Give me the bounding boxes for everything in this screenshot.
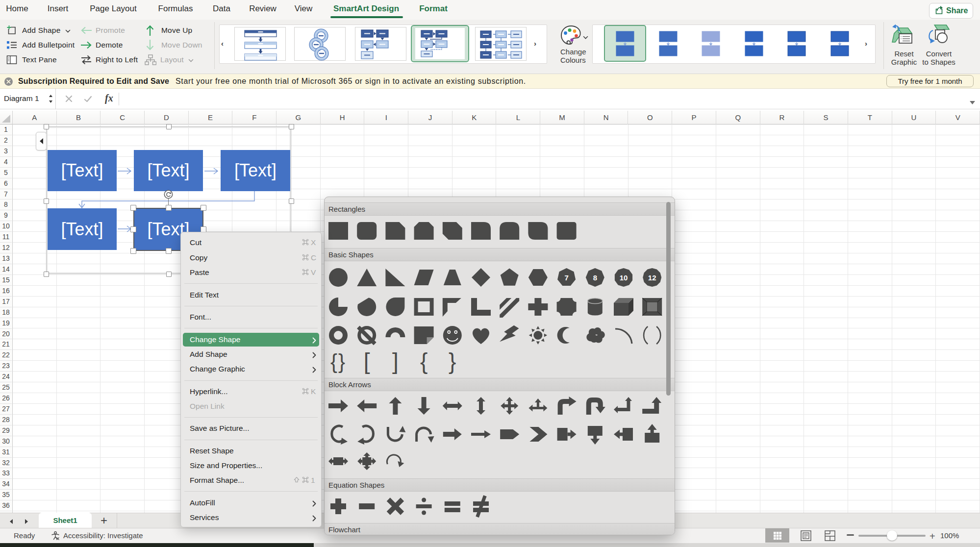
svg-text:12: 12: [648, 274, 656, 282]
svg-text:8: 8: [593, 274, 597, 282]
svg-text:[: [: [364, 348, 370, 374]
svg-text:}: }: [449, 348, 456, 374]
svg-text:10: 10: [620, 274, 628, 282]
svg-text:{: {: [420, 348, 427, 374]
svg-text:{}: {}: [330, 350, 346, 373]
svg-text:]: ]: [392, 348, 399, 374]
svg-text:7: 7: [564, 274, 568, 282]
